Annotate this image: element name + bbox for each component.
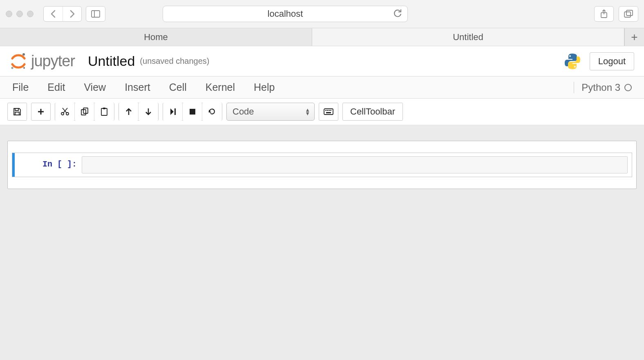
forward-button[interactable] bbox=[63, 7, 81, 21]
nav-back-forward bbox=[43, 6, 82, 22]
celltoolbar-label: CellToolbar bbox=[350, 106, 395, 117]
tab-label: Home bbox=[144, 32, 168, 43]
kernel-name: Python 3 bbox=[581, 82, 620, 93]
command-palette-button[interactable] bbox=[319, 103, 338, 121]
python-logo-icon bbox=[564, 52, 581, 70]
svg-point-7 bbox=[23, 67, 25, 69]
notebook-area: In [ ]: bbox=[0, 125, 644, 205]
cut-copy-paste-group bbox=[55, 103, 114, 121]
save-button[interactable] bbox=[7, 103, 27, 121]
menu-cell[interactable]: Cell bbox=[169, 81, 187, 93]
celltoolbar-button[interactable]: CellToolbar bbox=[342, 103, 403, 121]
select-arrows-icon: ▲▼ bbox=[305, 108, 310, 115]
minimize-window-button[interactable] bbox=[16, 11, 23, 17]
browser-tab-home[interactable]: Home bbox=[0, 28, 312, 46]
maximize-window-button[interactable] bbox=[27, 11, 34, 17]
browser-chrome: localhost Home Untitled + bbox=[0, 0, 644, 46]
jupyter-logo-text: jupyter bbox=[31, 52, 75, 70]
notebook-title[interactable]: Untitled bbox=[88, 53, 135, 69]
cell-type-select[interactable]: Code ▲▼ bbox=[226, 103, 315, 121]
move-group bbox=[119, 103, 159, 121]
svg-rect-16 bbox=[174, 108, 176, 115]
svg-rect-14 bbox=[101, 108, 107, 115]
notebook-save-status: (unsaved changes) bbox=[140, 56, 209, 66]
svg-rect-0 bbox=[92, 11, 100, 17]
tabs-button[interactable] bbox=[619, 6, 638, 22]
share-button[interactable] bbox=[594, 6, 614, 22]
reload-icon[interactable] bbox=[394, 9, 402, 18]
svg-rect-21 bbox=[329, 110, 330, 111]
menu-kernel[interactable]: Kernel bbox=[206, 81, 235, 93]
logout-button[interactable]: Logout bbox=[590, 52, 634, 70]
svg-point-8 bbox=[569, 55, 571, 57]
menu-edit[interactable]: Edit bbox=[47, 81, 65, 93]
back-button[interactable] bbox=[44, 7, 63, 21]
move-up-button[interactable] bbox=[119, 103, 139, 121]
jupyter-logo[interactable]: jupyter bbox=[10, 52, 75, 70]
code-cell[interactable]: In [ ]: bbox=[12, 153, 632, 177]
interrupt-button[interactable] bbox=[183, 103, 202, 121]
copy-button[interactable] bbox=[75, 103, 94, 121]
browser-tabstrip: Home Untitled + bbox=[0, 28, 644, 46]
menu-view[interactable]: View bbox=[84, 81, 106, 93]
run-group bbox=[163, 103, 222, 121]
svg-point-5 bbox=[22, 53, 25, 56]
svg-point-9 bbox=[574, 66, 576, 68]
close-window-button[interactable] bbox=[6, 11, 12, 17]
browser-toolbar: localhost bbox=[0, 0, 644, 28]
move-down-button[interactable] bbox=[139, 103, 158, 121]
notebook-container: In [ ]: bbox=[7, 141, 637, 189]
jupyter-header: jupyter Untitled (unsaved changes) Logou… bbox=[0, 46, 644, 76]
svg-rect-18 bbox=[324, 109, 333, 115]
tab-label: Untitled bbox=[453, 32, 483, 43]
browser-tab-untitled[interactable]: Untitled bbox=[312, 28, 624, 46]
kernel-status-icon bbox=[624, 84, 632, 91]
svg-rect-19 bbox=[325, 110, 326, 111]
address-text: localhost bbox=[268, 9, 303, 19]
insert-cell-button[interactable] bbox=[31, 103, 51, 121]
toolbar: Code ▲▼ CellToolbar bbox=[0, 99, 644, 125]
kernel-indicator-area: Python 3 bbox=[574, 82, 632, 93]
cell-type-value: Code bbox=[233, 106, 254, 117]
menu-insert[interactable]: Insert bbox=[125, 81, 150, 93]
sidebar-toggle-button[interactable] bbox=[86, 6, 105, 22]
menu-help[interactable]: Help bbox=[254, 81, 275, 93]
cell-prompt: In [ ]: bbox=[12, 153, 82, 177]
new-tab-button[interactable]: + bbox=[624, 28, 644, 46]
svg-rect-3 bbox=[624, 12, 631, 17]
svg-rect-17 bbox=[190, 109, 195, 115]
restart-kernel-button[interactable] bbox=[202, 103, 222, 121]
cell-input[interactable] bbox=[82, 156, 628, 173]
paste-button[interactable] bbox=[94, 103, 114, 121]
menubar: File Edit View Insert Cell Kernel Help P… bbox=[0, 76, 644, 99]
svg-rect-23 bbox=[326, 112, 331, 113]
svg-rect-15 bbox=[103, 108, 105, 109]
svg-point-6 bbox=[11, 67, 13, 69]
address-bar[interactable]: localhost bbox=[163, 6, 408, 22]
run-cell-button[interactable] bbox=[163, 103, 183, 121]
svg-rect-22 bbox=[330, 110, 331, 111]
cut-button[interactable] bbox=[55, 103, 75, 121]
svg-rect-4 bbox=[626, 10, 633, 16]
svg-rect-20 bbox=[327, 110, 328, 111]
window-controls bbox=[6, 11, 34, 17]
menu-file[interactable]: File bbox=[12, 81, 29, 93]
browser-toolbar-right bbox=[594, 6, 638, 22]
jupyter-logo-icon bbox=[10, 53, 27, 70]
